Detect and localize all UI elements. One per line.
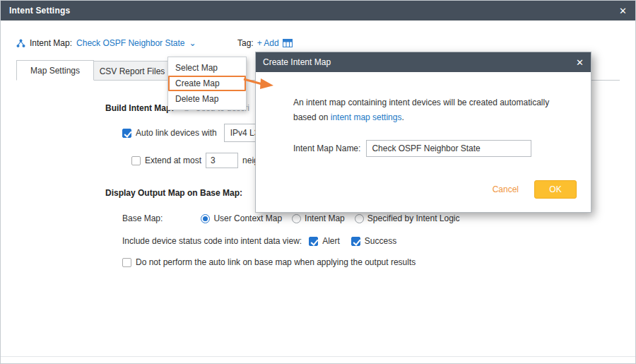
intent-map-selector: Intent Map: Check OSPF Neighbor State ⌄ — [16, 38, 196, 48]
modal-body-line2: based on intent map settings. — [293, 112, 404, 122]
tab-map-settings[interactable]: Map Settings — [16, 60, 94, 81]
modal-titlebar: Create Intent Map ✕ — [256, 52, 591, 72]
build-intent-map-label: Build Intent Map: — [105, 103, 174, 113]
intent-map-value[interactable]: Check OSPF Neighbor State — [76, 38, 184, 48]
map-dropdown-menu: Select Map Create Map Delete Map — [167, 57, 247, 110]
close-icon[interactable]: ✕ — [619, 6, 627, 16]
radio-intent-map-label: Intent Map — [305, 213, 345, 223]
radio-user-context-map[interactable] — [201, 214, 210, 223]
cancel-button[interactable]: Cancel — [493, 184, 519, 194]
modal-title: Create Intent Map — [263, 57, 331, 67]
radio-intent-map[interactable] — [292, 214, 301, 223]
no-auto-link-checkbox[interactable] — [122, 258, 131, 267]
create-intent-map-dialog: Create Intent Map ✕ An intent map contai… — [255, 52, 591, 213]
extend-label: Extend at most — [145, 155, 201, 165]
alert-label: Alert — [322, 236, 340, 246]
modal-actions: Cancel OK — [493, 180, 577, 199]
tag-table-icon[interactable] — [283, 39, 293, 47]
radio-user-context-map-label: User Context Map — [213, 213, 282, 223]
modal-body: An intent map containing intent devices … — [256, 72, 591, 213]
intent-map-icon — [16, 39, 25, 48]
base-map-option-user-context: User Context Map — [201, 213, 282, 223]
no-auto-link-label: Do not perform the auto link on base map… — [136, 257, 416, 267]
auto-link-label: Auto link devices with — [136, 128, 217, 138]
chevron-down-icon[interactable]: ⌄ — [189, 40, 196, 47]
success-checkbox[interactable] — [351, 237, 360, 246]
base-map-option-specified: Specified by Intent Logic — [355, 213, 460, 223]
intent-map-label: Intent Map: — [30, 38, 72, 48]
modal-body-line2-prefix: based on — [293, 112, 331, 122]
menu-item-delete-map[interactable]: Delete Map — [168, 91, 246, 107]
tab-csv-report-files[interactable]: CSV Report Files — [93, 61, 171, 81]
display-output-row: Display Output Map on Base Map: — [105, 188, 242, 198]
base-map-row: Base Map: User Context Map Intent Map Sp… — [122, 213, 460, 223]
include-status-row: Include device status code into intent d… — [122, 236, 396, 246]
base-map-option-intent-map: Intent Map — [292, 213, 345, 223]
window-titlebar: Intent Settings ✕ — [1, 1, 635, 20]
auto-link-checkbox[interactable] — [122, 129, 131, 138]
menu-item-select-map[interactable]: Select Map — [168, 60, 246, 76]
extend-input[interactable] — [206, 153, 238, 168]
annotation-arrow-icon — [242, 74, 275, 95]
ok-button[interactable]: OK — [534, 180, 577, 199]
window-title: Intent Settings — [9, 6, 70, 16]
modal-body-line1: An intent map containing intent devices … — [293, 98, 549, 107]
tag-label: Tag: — [237, 38, 254, 48]
radio-specified-by-intent-logic[interactable] — [355, 214, 364, 223]
modal-close-icon[interactable]: ✕ — [576, 58, 584, 67]
radio-specified-by-intent-logic-label: Specified by Intent Logic — [367, 213, 460, 223]
tag-add-link[interactable]: + Add — [257, 38, 279, 48]
footer-divider — [1, 356, 635, 357]
success-label: Success — [365, 236, 396, 246]
base-map-label: Base Map: — [122, 213, 163, 223]
tag-group: Tag: + Add — [237, 38, 293, 48]
include-status-label: Include device status code into intent d… — [122, 236, 302, 246]
intent-map-name-input[interactable] — [366, 140, 531, 157]
menu-item-create-map[interactable]: Create Map — [168, 76, 246, 91]
extend-checkbox[interactable] — [131, 156, 141, 165]
intent-map-name-row: Intent Map Name: — [293, 140, 531, 157]
display-output-label: Display Output Map on Base Map: — [105, 188, 242, 198]
intent-map-name-label: Intent Map Name: — [293, 143, 360, 153]
intent-map-settings-link[interactable]: intent map settings — [331, 112, 402, 122]
modal-body-line2-suffix: . — [401, 112, 404, 122]
extend-row: Extend at most neigh — [131, 153, 263, 168]
alert-checkbox[interactable] — [309, 237, 318, 246]
intent-settings-window: Intent Settings ✕ Intent Map: Check OSPF… — [0, 0, 636, 364]
no-auto-link-row: Do not perform the auto link on base map… — [122, 257, 416, 267]
